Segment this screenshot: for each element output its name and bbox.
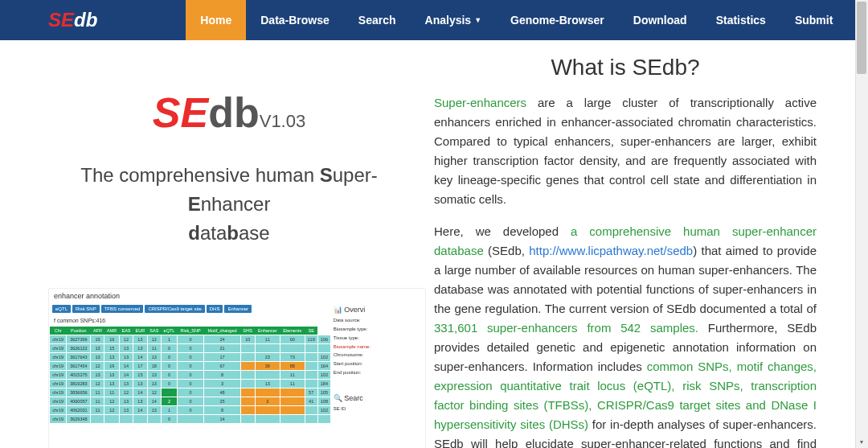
- tagline-s: S: [320, 164, 333, 186]
- about-p2-a: Here, we developed: [434, 224, 571, 238]
- nav-search[interactable]: Search: [344, 0, 411, 40]
- about-paragraph-1: Super-enhancers are a large cluster of t…: [434, 93, 817, 209]
- tagline-nhancer: nhancer: [201, 193, 271, 215]
- page-scrollbar[interactable]: ▾: [855, 0, 868, 448]
- nav-genome-browser-label: Genome-Browser: [510, 14, 604, 27]
- hero-version: V1.03: [260, 111, 306, 131]
- thumb-side-panel: 📊 Overvi Data source: Biosample type: Ti…: [334, 303, 424, 413]
- tagline-ata: ata: [200, 222, 227, 244]
- mini-tab: Enhancer: [224, 305, 252, 313]
- thumb-table: ChrPositionAFRAMREASEURSASeQTLRisk_SNPMo…: [49, 327, 331, 424]
- about-p1-text: are a large cluster of transcriptionally…: [434, 96, 817, 206]
- hero-se: SE: [153, 89, 208, 136]
- mini-tab: Risk SNP: [72, 305, 100, 313]
- thumb-side-label: Start position:: [334, 360, 424, 368]
- nav-data-browse-label: Data-Browse: [260, 14, 330, 27]
- nav-genome-browser[interactable]: Genome-Browser: [496, 0, 619, 40]
- thumb-title: enhancer annotation: [49, 289, 425, 303]
- nav-statistics[interactable]: Statistics: [702, 0, 780, 40]
- tagline-d: d: [188, 222, 200, 244]
- nav-submit-label: Submit: [795, 14, 833, 27]
- mini-tab: DHS: [207, 305, 223, 313]
- thumb-side-label: End position:: [334, 368, 424, 377]
- thumb-search-label: Searc: [344, 394, 363, 402]
- caret-down-icon: ▼: [474, 16, 481, 24]
- nav-download[interactable]: Download: [619, 0, 702, 40]
- hero-db: db: [208, 89, 260, 136]
- left-column: SEdbV1.03 The comprehensive human Super-…: [48, 55, 426, 448]
- screenshot-thumbnail: enhancer annotation eQTL Risk SNP TFBS c…: [48, 288, 426, 448]
- brand-logo[interactable]: SEdb: [48, 9, 97, 31]
- navbar: SEdb Home Data-Browse Search Analysis▼ G…: [0, 0, 855, 40]
- brand-se: SE: [48, 9, 74, 31]
- tagline-uper: uper-: [333, 164, 378, 186]
- hero-logo: SEdbV1.03: [48, 88, 410, 137]
- tagline-ase: ase: [239, 222, 270, 244]
- tagline-b: b: [227, 222, 239, 244]
- link-super-enhancers[interactable]: Super-enhancers: [434, 96, 526, 109]
- brand-db: db: [74, 9, 97, 31]
- nav-home-label: Home: [200, 14, 231, 27]
- nav-statistics-label: Statistics: [716, 14, 766, 27]
- nav-download-label: Download: [633, 14, 687, 27]
- tagline-e: E: [188, 193, 201, 215]
- scrollbar-down-icon[interactable]: ▾: [855, 435, 868, 448]
- mini-tab: TFBS conserved: [101, 305, 144, 313]
- thumb-side-label: Chromosome:: [334, 351, 424, 360]
- link-sample-count[interactable]: 331,601 super-enhancers from 542 samples…: [434, 321, 698, 335]
- nav-data-browse[interactable]: Data-Browse: [246, 0, 344, 40]
- mini-tab: eQTL: [52, 305, 71, 313]
- nav-home[interactable]: Home: [186, 0, 246, 40]
- mini-tab: CRISPR/Cas9 target site: [145, 305, 204, 313]
- thumb-side-label: Tissue type:: [334, 334, 424, 343]
- nav-analysis-label: Analysis: [425, 14, 472, 27]
- thumb-seid-label: SE ID: [334, 405, 424, 413]
- thumb-side-label: Biosample name:: [334, 343, 424, 351]
- link-licpathway[interactable]: http://www.licpathway.net/sedb: [529, 244, 693, 257]
- scrollbar-thumb[interactable]: [857, 2, 866, 74]
- right-column: What is SEdb? Super-enhancers are a larg…: [426, 55, 817, 448]
- tagline: The comprehensive human Super-Enhancer d…: [48, 161, 410, 248]
- about-paragraph-2: Here, we developed a comprehensive human…: [434, 222, 817, 448]
- nav-submit[interactable]: Submit: [780, 0, 847, 40]
- tagline-pre: The comprehensive human: [80, 164, 320, 186]
- about-p2-b: (SEdb,: [484, 244, 529, 257]
- nav-search-label: Search: [358, 14, 396, 27]
- nav-analysis[interactable]: Analysis▼: [411, 0, 497, 40]
- about-heading: What is SEdb?: [434, 55, 817, 80]
- thumb-side-label: Biosample type:: [334, 325, 424, 334]
- thumb-side-label: Data source:: [334, 316, 424, 325]
- thumb-overview-label: Overvi: [344, 306, 365, 314]
